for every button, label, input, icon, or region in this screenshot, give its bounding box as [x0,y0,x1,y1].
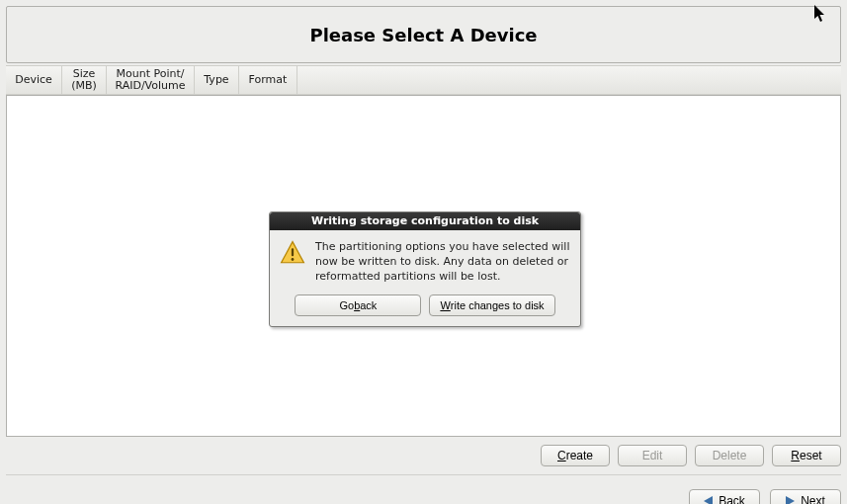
svg-rect-1 [292,248,294,256]
partition-action-row: Create Edit Delete Reset [6,445,841,466]
write-storage-dialog: Writing storage configuration to disk Th… [269,211,581,327]
edit-button: Edit [618,445,687,466]
dialog-title: Writing storage configuration to disk [270,212,580,230]
column-header-size[interactable]: Size (MB) [62,66,107,94]
svg-point-2 [292,258,295,261]
reset-button[interactable]: Reset [772,445,841,466]
separator [6,474,841,475]
back-button[interactable]: Back [689,489,760,504]
dialog-message: The partitioning options you have select… [315,240,570,285]
installer-window: Please Select A Device Device Size (MB) … [0,0,847,504]
warning-icon [280,240,305,266]
column-header-format[interactable]: Format [239,66,297,94]
wizard-nav-row: Back Next [6,489,841,504]
column-header-mount[interactable]: Mount Point/ RAID/Volume [107,66,195,94]
arrow-right-icon [786,496,795,504]
next-button[interactable]: Next [770,489,841,504]
write-changes-button[interactable]: Write changes to disk [429,294,554,316]
dialog-action-row: Go back Write changes to disk [270,291,580,326]
delete-button: Delete [695,445,764,466]
create-button[interactable]: Create [541,445,610,466]
dialog-body: The partitioning options you have select… [270,230,580,291]
title-panel: Please Select A Device [6,6,841,63]
page-title: Please Select A Device [309,25,537,45]
table-header-row: Device Size (MB) Mount Point/ RAID/Volum… [6,65,841,95]
column-header-type[interactable]: Type [195,66,239,94]
column-header-device[interactable]: Device [6,66,62,94]
go-back-button[interactable]: Go back [295,294,421,316]
arrow-left-icon [704,496,713,504]
